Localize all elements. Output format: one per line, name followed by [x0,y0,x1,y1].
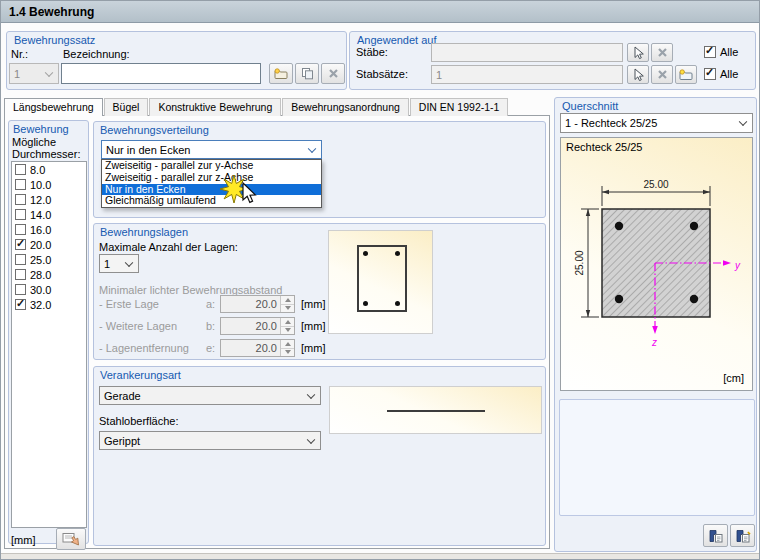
pick-cursor-icon [632,46,644,60]
checkbox-icon[interactable] [15,179,26,190]
row-label: - Lagenentfernung [99,342,189,354]
dropdown-option[interactable]: Zweiseitig - parallel zur z-Achse [102,172,321,184]
section-svg: 25.00 25.00 y z [561,138,752,390]
distribution-selected-value: Nur in den Ecken [106,144,190,156]
possible-diameters-label: Mögliche Durchmesser: [12,136,80,160]
diameter-label: 30.0 [30,284,51,296]
max-layers-value: 1 [104,258,110,270]
anchorage-type-select[interactable]: Gerade [99,386,321,405]
diameter-item[interactable]: 16.0 [12,222,86,237]
diameter-item[interactable]: 32.0 [12,297,86,312]
member-sets-input[interactable]: 1 [431,65,623,84]
checkbox-icon[interactable] [15,269,26,280]
layers-picture [328,230,433,334]
max-layers-label: Maximale Anzahl der Lagen: [99,241,238,253]
max-layers-select[interactable]: 1 [99,254,139,273]
diameter-label: 25.0 [30,254,51,266]
diameter-item[interactable]: 14.0 [12,207,86,222]
new-folder-icon [274,68,288,80]
layer-distance-spinner[interactable]: 20.0 [220,339,295,357]
dropdown-option[interactable]: Gleichmäßig umlaufend [102,195,321,207]
distribution-select[interactable]: Nur in den Ecken [101,140,322,159]
first-layer-spinner[interactable]: 20.0 [220,295,295,313]
diameter-label: 8.0 [30,164,45,176]
group-title: Bewehrungsverteilung [100,124,209,136]
steel-surface-label: Stahloberfläche: [99,415,179,427]
rebar-dot [395,301,400,306]
diameter-list[interactable]: 8.010.012.014.016.020.025.028.030.032.0 [11,161,87,528]
checkbox-icon[interactable] [15,194,26,205]
delete-set-button[interactable] [321,63,345,84]
tab-bar: LängsbewehrungBügelKonstruktive Bewehrun… [4,98,509,116]
new-member-set-button[interactable] [675,65,697,84]
nr-label: Nr.: [11,48,28,60]
name-input[interactable] [61,63,261,84]
spinner-value: 20.0 [221,296,280,312]
svg-text:z: z [651,337,657,348]
diameter-item[interactable]: 20.0 [12,237,86,252]
tab-4[interactable]: DIN EN 1992-1-1 [410,98,509,116]
dropdown-option[interactable]: Nur in den Ecken [102,184,321,196]
diameter-label: 12.0 [30,194,51,206]
members-input[interactable] [431,43,623,62]
checkbox-icon[interactable] [15,209,26,220]
section-import-button[interactable] [730,524,755,547]
tab-3[interactable]: Bewehrungsanordnung [282,98,409,116]
checkbox-icon[interactable] [15,254,26,265]
members-pick-button[interactable] [627,43,649,62]
copy-set-button[interactable] [295,63,319,84]
spinner-arrows-icon[interactable] [280,296,294,312]
checkbox-icon[interactable] [15,284,26,295]
dialog-bottom-edge [1,553,759,560]
drawing-unit-label: [cm] [723,372,744,384]
panel-title: Bewehrung [13,123,69,135]
group-title: Angewendet auf [357,34,437,46]
row-label: - Weitere Lagen [99,320,177,332]
anchorage-type-value: Gerade [104,390,141,402]
diameter-label: 14.0 [30,209,51,221]
chevron-down-icon [307,435,315,443]
tab-0[interactable]: Längsbewehrung [4,98,103,116]
member-sets-pick-button[interactable] [627,65,649,84]
diameter-label: 20.0 [30,239,51,251]
diameter-item[interactable]: 10.0 [12,177,86,192]
cross-section-select[interactable]: 1 - Rechteck 25/25 [560,113,753,133]
tab-2[interactable]: Konstruktive Bewehrung [149,98,281,116]
diameter-item[interactable]: 12.0 [12,192,86,207]
spinner-arrows-icon[interactable] [280,318,294,334]
checkbox-icon[interactable] [15,164,26,175]
diameter-item[interactable]: 8.0 [12,162,86,177]
member-sets-clear-button[interactable] [651,65,673,84]
mouse-cursor-click-icon [219,169,265,215]
copy-icon [301,67,314,80]
diameter-item[interactable]: 28.0 [12,267,86,282]
diameter-label: 16.0 [30,224,51,236]
new-set-button[interactable] [269,63,293,84]
checkbox-icon[interactable] [15,299,26,310]
member-sets-all-checkbox[interactable] [704,68,716,80]
diameter-item[interactable]: 25.0 [12,252,86,267]
spinner-arrows-icon[interactable] [280,340,294,356]
checkbox-icon[interactable] [15,224,26,235]
set-number-select[interactable]: 1 [9,63,59,84]
new-folder-icon [679,69,693,81]
section-export-button[interactable] [703,524,728,547]
units-settings-button[interactable] [56,528,86,550]
further-layers-spinner[interactable]: 20.0 [220,317,295,335]
tab-1[interactable]: Bügel [104,98,149,116]
row-unit: [mm] [301,320,325,332]
members-clear-button[interactable] [651,43,673,62]
members-all-checkbox[interactable] [704,46,716,58]
rebar-dot [395,251,400,256]
delete-x-icon [657,69,668,80]
dropdown-option[interactable]: Zweiseitig - parallel zur y-Achse [102,160,321,172]
dialog-titlebar: 1.4 Bewehrung [1,1,759,23]
chevron-down-icon [308,144,316,152]
dialog-title: 1.4 Bewehrung [9,5,94,19]
checkbox-icon[interactable] [15,239,26,250]
steel-surface-select[interactable]: Gerippt [99,431,321,450]
members-label: Stäbe: [356,46,388,58]
pick-cursor-icon [632,68,644,82]
anchorage-picture [329,386,542,434]
diameter-item[interactable]: 30.0 [12,282,86,297]
